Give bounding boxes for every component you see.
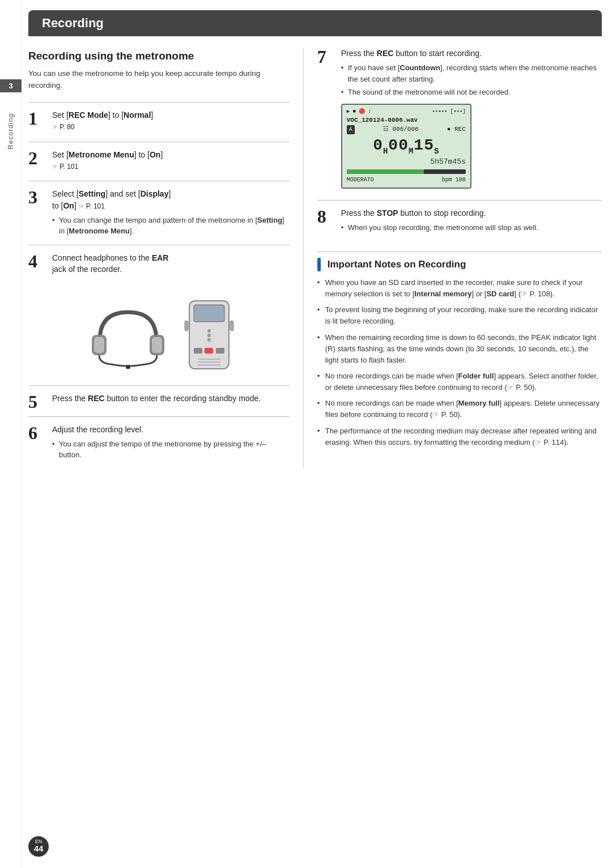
section-heading: Recording using the metronome [28, 50, 290, 62]
step-7-number: 7 [317, 48, 335, 66]
step-6-number: 6 [28, 424, 46, 442]
sidebar-label: Recording [7, 113, 15, 150]
step-6-title: Adjust the recording level. [52, 424, 290, 435]
step-5-number: 5 [28, 393, 46, 411]
device-folder: A [347, 125, 355, 134]
notes-bullet-1: When you have an SD card inserted in the… [317, 277, 602, 300]
step-3-title: Select [Setting] and set [Display]to [On… [52, 188, 290, 211]
step-3-bullets: You can change the tempo and pattern of … [52, 215, 290, 237]
svg-point-9 [207, 338, 211, 342]
step-7-bullet-2: The sound of the metronome will not be r… [341, 87, 602, 98]
step-4-title: Connect headphones to the EARjack of the… [52, 252, 290, 275]
step-7-title: Press the REC button to start recording. [341, 48, 602, 59]
svg-rect-3 [152, 337, 162, 353]
notes-bullet-6: The performance of the recording medium … [317, 426, 602, 448]
page-header: Recording [28, 10, 602, 36]
main-content: Recording Recording using the metronome … [22, 0, 612, 868]
step-6-content: Adjust the recording level. You can adju… [52, 424, 290, 463]
step-2-content: Set [Metronome Menu] to [On] P. 101 [52, 149, 290, 176]
step-8-title: Press the STOP button to stop recording. [341, 207, 602, 219]
two-column-layout: Recording using the metronome You can us… [28, 36, 602, 469]
step-4-number: 4 [28, 252, 46, 270]
step-3-number: 3 [28, 188, 46, 206]
device-big-time: 0H00M15S [347, 134, 466, 157]
step-1-title: Set [REC Mode] to [Normal] P. 80 [52, 109, 290, 133]
step-5-title: Press the REC button to enter the record… [52, 393, 290, 404]
step-8-number: 8 [317, 207, 335, 225]
svg-rect-1 [94, 337, 104, 353]
step-7-bullets: If you have set [Countdown], recording s… [341, 62, 602, 98]
step-2: 2 Set [Metronome Menu] to [On] P. 101 [28, 142, 290, 181]
device-screen: ▶ ■ 🔴 ↕ ▪▪▪▪▪ [▪▪▪] VOC_120124-0006.wav … [341, 104, 471, 189]
page-footer: EN 44 [28, 836, 49, 857]
important-notes-title: Important Notes on Recording [328, 259, 466, 270]
step-1-number: 1 [28, 109, 46, 127]
device-icon-a: ▶ ■ 🔴 ↕ [347, 108, 371, 116]
svg-rect-13 [185, 321, 188, 331]
device-battery: ▪▪▪▪▪ [▪▪▪] [432, 108, 465, 116]
step-3: 3 Select [Setting] and set [Display]to [… [28, 181, 290, 245]
step-1-ref: P. 80 [52, 123, 75, 131]
image-area [28, 292, 290, 377]
device-bpm-value: bpm 108 [442, 176, 466, 184]
svg-point-8 [207, 334, 211, 337]
svg-rect-14 [230, 321, 233, 331]
step-8-content: Press the STOP button to stop recording.… [341, 207, 602, 236]
step-2-title: Set [Metronome Menu] to [On] P. 101 [52, 149, 290, 172]
important-notes-heading: Important Notes on Recording [317, 258, 602, 271]
step-3-ref: P. 101 [79, 202, 105, 210]
device-filename: VOC_120124-0006.wav [347, 116, 466, 125]
step-8-bullet-1: When you stop recording, the metronome w… [341, 222, 602, 233]
step-3-content: Select [Setting] and set [Display]to [On… [52, 188, 290, 239]
right-column: 7 Press the REC button to start recordin… [304, 48, 602, 469]
step-3-bullet-1: You can change the tempo and pattern of … [52, 215, 290, 237]
device-track: ☷ 006/006 [383, 125, 419, 134]
page-title: Recording [42, 16, 588, 31]
section-intro: You can use the metronome to help you ke… [28, 68, 290, 92]
svg-rect-6 [194, 305, 224, 322]
page-number: 44 [34, 844, 44, 853]
notes-bullet-4: No more recordings can be made when [Fol… [317, 371, 602, 393]
page-number-badge: EN 44 [28, 836, 49, 857]
svg-rect-12 [216, 348, 224, 354]
device-level-bar [347, 169, 466, 174]
headphones-illustration [83, 301, 173, 369]
recorder-illustration [184, 298, 235, 372]
blue-bar-icon [317, 258, 321, 271]
device-sub-time: 5h57m45s [347, 157, 466, 167]
device-bottom-row: MODERATO bpm 108 [347, 176, 466, 184]
sidebar: 3 Recording [0, 0, 22, 868]
step-7-content: Press the REC button to start recording.… [341, 48, 602, 194]
step-4: 4 Connect headphones to the EARjack of t… [28, 245, 290, 284]
step-6-bullet-1: You can adjust the tempo of the metronom… [52, 439, 290, 461]
chapter-number: 3 [0, 79, 22, 92]
step-1: 1 Set [REC Mode] to [Normal] P. 80 [28, 102, 290, 142]
step-8-bullets: When you stop recording, the metronome w… [341, 222, 602, 233]
step-1-content: Set [REC Mode] to [Normal] P. 80 [52, 109, 290, 136]
device-bpm-label: MODERATO [347, 176, 374, 184]
left-column: Recording using the metronome You can us… [28, 48, 304, 469]
svg-point-7 [207, 329, 211, 333]
svg-rect-11 [205, 348, 213, 354]
important-notes-section: Important Notes on Recording When you ha… [317, 252, 602, 448]
step-2-ref: P. 101 [52, 163, 78, 171]
step-2-number: 2 [28, 149, 46, 167]
step-5-content: Press the REC button to enter the record… [52, 393, 290, 407]
step-5: 5 Press the REC button to enter the reco… [28, 385, 290, 416]
step-4-content: Connect headphones to the EARjack of the… [52, 252, 290, 279]
device-level-fill [347, 169, 424, 174]
notes-bullet-2: To prevent losing the beginning of your … [317, 304, 602, 327]
device-screen-topbar: ▶ ■ 🔴 ↕ ▪▪▪▪▪ [▪▪▪] [347, 108, 466, 116]
svg-rect-10 [194, 348, 202, 354]
step-7-bullet-1: If you have set [Countdown], recording s… [341, 62, 602, 84]
step-7: 7 Press the REC button to start recordin… [317, 48, 602, 200]
device-rec-indicator: ● REC [447, 125, 466, 134]
notes-bullet-5: No more recordings can be made when [Mem… [317, 398, 602, 420]
step-8: 8 Press the STOP button to stop recordin… [317, 200, 602, 241]
step-6-bullets: You can adjust the tempo of the metronom… [52, 439, 290, 461]
important-notes-bullets: When you have an SD card inserted in the… [317, 277, 602, 448]
notes-bullet-3: When the remaining recording time is dow… [317, 332, 602, 366]
device-counter-row: A ☷ 006/006 ● REC [347, 125, 466, 134]
step-6: 6 Adjust the recording level. You can ad… [28, 416, 290, 469]
